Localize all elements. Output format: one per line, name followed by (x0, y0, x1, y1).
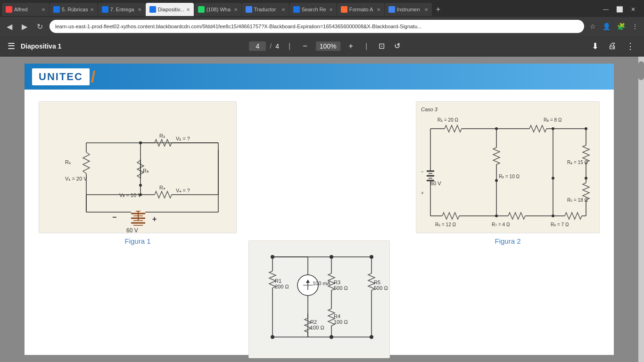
tab-title: 5. Rúbricas (62, 7, 88, 12)
tab-title: Diapositiv... (158, 7, 184, 12)
tab-close[interactable]: ✕ (424, 7, 428, 12)
extensions-icon[interactable]: 🧩 (615, 21, 627, 32)
figura1-label: Figura 1 (124, 237, 150, 245)
tab-traductor[interactable]: Traductor ✕ (242, 3, 289, 16)
figura2-container: Caso 3 R₁ = 20 Ω R₃ = 8 Ω (416, 101, 600, 245)
tab-close[interactable]: ✕ (186, 7, 190, 12)
zoom-out-button[interactable]: − (300, 41, 310, 51)
page-number-input[interactable] (249, 41, 266, 51)
navigation-bar: ◀ ▶ ↻ learn-us-east-1-prod-fleet02-xytho… (0, 17, 644, 36)
rotate-button[interactable]: ↺ (392, 40, 402, 52)
refresh-button[interactable]: ↻ (34, 20, 46, 33)
forward-button[interactable]: ▶ (19, 20, 30, 33)
vertical-scrollbar[interactable] (638, 57, 644, 362)
svg-rect-94 (249, 243, 389, 356)
figures-container: − + 60 V (25, 97, 614, 250)
more-options-icon[interactable]: ⋮ (630, 21, 640, 32)
svg-text:V₂ = ?: V₂ = ? (176, 136, 190, 141)
svg-text:−: − (112, 213, 116, 221)
svg-text:R3: R3 (334, 280, 340, 285)
figura1-container: − + 60 V (39, 101, 237, 245)
svg-text:100 Ω: 100 Ω (334, 319, 348, 325)
figura1-svg: − + 60 V (39, 103, 236, 232)
tab-favicon (246, 6, 252, 13)
tab-alfred[interactable]: Alfred ✕ (2, 3, 49, 16)
tab-rubricas[interactable]: 5. Rúbricas ✕ (50, 3, 98, 16)
unitec-logo-text: UNITEC (39, 71, 83, 83)
tab-formato[interactable]: Formato A ✕ (337, 3, 384, 16)
svg-text:R1: R1 (275, 278, 281, 284)
svg-text:100 mA: 100 mA (313, 280, 331, 286)
unitec-header: UNITEC / (25, 64, 614, 90)
close-button[interactable]: ✕ (628, 5, 638, 14)
svg-text:R₅ = 18 Ω: R₅ = 18 Ω (567, 197, 588, 203)
figura3-row: R1 200 Ω 100 mA (25, 240, 614, 362)
svg-text:−: − (421, 169, 424, 174)
svg-text:R4: R4 (334, 313, 340, 319)
tab-title: Alfred (14, 7, 40, 12)
new-tab-button[interactable]: + (432, 5, 444, 14)
svg-text:R₇ = 4 Ω: R₇ = 4 Ω (492, 222, 510, 227)
tab-favicon (53, 6, 60, 13)
tab-title: (108) Wha (206, 7, 232, 12)
unitec-slash: / (91, 67, 95, 86)
svg-text:+: + (152, 215, 157, 223)
tab-favicon (149, 6, 156, 13)
svg-text:200 Ω: 200 Ω (275, 284, 289, 289)
tab-bar: Alfred ✕ 5. Rúbricas ✕ 7. Entrega ✕ Diap… (0, 0, 644, 17)
svg-text:R₄: R₄ (159, 185, 165, 190)
pdf-toolbar: ☰ Diapositiva 1 / 4 | − + | ⊡ ↺ ⬇ 🖨 ⋮ (0, 36, 644, 57)
svg-text:R2: R2 (310, 319, 317, 325)
nav-icons: ☆ 👤 🧩 ⋮ (588, 21, 640, 32)
tab-close[interactable]: ✕ (329, 7, 333, 12)
back-button[interactable]: ◀ (4, 20, 15, 33)
download-button[interactable]: ⬇ (590, 39, 601, 53)
svg-text:R₁: R₁ (65, 159, 71, 165)
tab-whatsapp[interactable]: (108) Wha ✕ (194, 3, 241, 16)
tab-close[interactable]: ✕ (138, 7, 141, 12)
tab-favicon (388, 6, 395, 13)
page-total: 4 (275, 42, 279, 50)
print-button[interactable]: 🖨 (606, 39, 619, 53)
tab-close[interactable]: ✕ (41, 7, 45, 12)
fit-page-button[interactable]: ⊡ (377, 40, 387, 52)
svg-text:500 Ω: 500 Ω (374, 285, 388, 291)
figura2-svg: Caso 3 R₁ = 20 Ω R₃ = 8 Ω (416, 103, 599, 232)
tab-close[interactable]: ✕ (281, 7, 285, 12)
tab-entrega[interactable]: 7. Entrega ✕ (98, 3, 145, 16)
tab-close[interactable]: ✕ (90, 7, 94, 12)
scrollbar-thumb[interactable] (638, 61, 644, 80)
tab-title: Formato A (349, 7, 375, 12)
tab-favicon (6, 6, 12, 13)
tab-search[interactable]: Search Re ✕ (289, 3, 337, 16)
svg-text:V₁ = 20 V: V₁ = 20 V (65, 176, 87, 181)
svg-text:V₃ = 10 V: V₃ = 10 V (119, 192, 141, 198)
svg-text:60 V: 60 V (430, 181, 441, 186)
svg-text:R₂ = 10 Ω: R₂ = 10 Ω (499, 174, 520, 179)
figura3-container: R1 200 Ω 100 mA (248, 240, 390, 362)
tab-close[interactable]: ✕ (234, 7, 238, 12)
zoom-in-button[interactable]: + (346, 41, 356, 51)
svg-text:R₂: R₂ (159, 133, 165, 139)
browser-chrome: Alfred ✕ 5. Rúbricas ✕ 7. Entrega ✕ Diap… (0, 0, 644, 36)
tab-favicon (102, 6, 108, 13)
svg-point-42 (139, 193, 142, 196)
address-bar[interactable]: learn-us-east-1-prod-fleet02-xythos.cont… (50, 20, 584, 33)
tab-close[interactable]: ✕ (377, 7, 380, 12)
pdf-more-button[interactable]: ⋮ (624, 39, 636, 53)
pdf-menu-button[interactable]: ☰ (8, 41, 15, 51)
maximize-button[interactable]: ⬜ (613, 5, 626, 14)
page-navigation: / 4 (249, 41, 279, 51)
minimize-button[interactable]: — (600, 5, 611, 14)
svg-text:R₈ = 7 Ω: R₈ = 7 Ω (551, 222, 569, 227)
tab-favicon (293, 6, 300, 13)
profile-icon[interactable]: 👤 (601, 21, 612, 32)
tab-title: Traductor (254, 7, 280, 12)
bookmark-icon[interactable]: ☆ (588, 21, 598, 32)
figura3-image: R1 200 Ω 100 mA (248, 240, 390, 358)
zoom-input[interactable] (316, 41, 340, 51)
svg-text:R5: R5 (374, 280, 380, 285)
svg-text:Caso 3: Caso 3 (421, 107, 438, 112)
tab-diapositiva[interactable]: Diapositiv... ✕ (146, 3, 194, 16)
tab-instrumen[interactable]: Instrumen ✕ (385, 3, 432, 16)
